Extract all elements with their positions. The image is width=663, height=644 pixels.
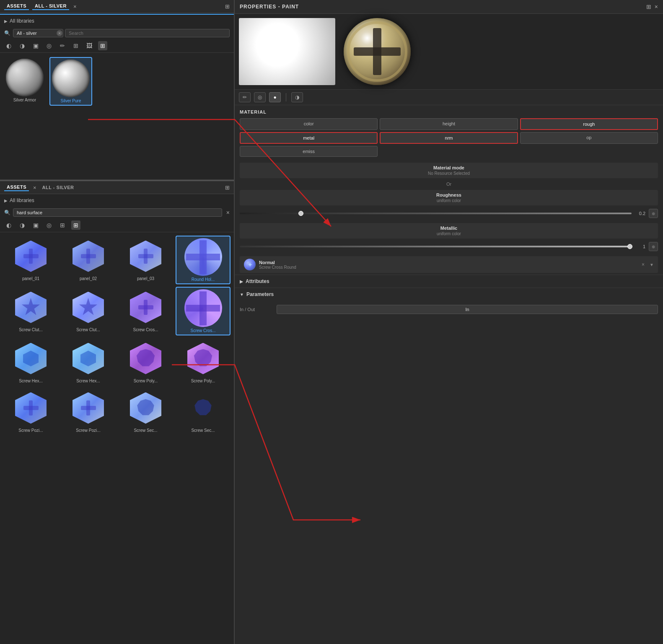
silver-armor-thumb	[6, 59, 44, 96]
view-tab-moon[interactable]: ◑	[291, 92, 303, 102]
asset-screw-poly1[interactable]: Screw Poly...	[118, 338, 173, 385]
tab-all-silver-top[interactable]: ALL - SILVER	[32, 3, 69, 10]
metallic-block: Metallic uniform color	[240, 223, 658, 239]
asset-screw-sec2[interactable]: Screw Sec...	[176, 387, 230, 434]
properties-title: PROPERTIES - PAINT	[240, 4, 646, 10]
grid-view-icon[interactable]: ⊞	[98, 41, 107, 50]
properties-header: PROPERTIES - PAINT ⊞ ×	[235, 0, 663, 14]
metallic-sub: uniform color	[240, 231, 658, 239]
mat-btn-metal[interactable]: metal	[240, 132, 378, 144]
asset-screw-pozi1[interactable]: Screw Pozi...	[3, 387, 58, 434]
asset-screw-pozi2[interactable]: Screw Pozi...	[61, 387, 116, 434]
asset-screw-poly2[interactable]: Screw Poly...	[176, 338, 230, 385]
asset-silver-pure[interactable]: Silver Pure	[49, 57, 92, 106]
all-libraries-bottom[interactable]: ▶ All libraries	[0, 194, 234, 207]
normal-block: ✦ Normal Screw Cross Round × ▼	[240, 256, 658, 273]
asset-screw-cross2[interactable]: Screw Cros...	[176, 287, 230, 335]
roughness-sub: uniform color	[240, 198, 658, 205]
close-properties-icon[interactable]: ×	[655, 3, 658, 10]
square-icon-b[interactable]: ▣	[31, 221, 40, 230]
search-icon-top: 🔍	[4, 30, 10, 36]
metallic-slider-track[interactable]	[240, 246, 632, 247]
asset-screw-hex2[interactable]: Screw Hex...	[61, 338, 116, 385]
asset-screw-sec1[interactable]: Screw Sec...	[118, 387, 173, 434]
param-in-out-label: In / Out	[240, 307, 273, 312]
metallic-expand-icon[interactable]: ⊕	[649, 242, 658, 251]
param-in-out-value[interactable]: In	[277, 305, 658, 314]
metallic-slider-thumb[interactable]	[627, 244, 632, 249]
mat-btn-emiss[interactable]: emiss	[240, 146, 378, 157]
view-tab-circle[interactable]: ●	[269, 92, 281, 102]
sphere-icon-b[interactable]: ◐	[4, 221, 13, 230]
half-sphere-icon[interactable]: ◑	[18, 41, 27, 50]
arrow-icon-bottom: ▶	[4, 198, 8, 203]
asset-panel01[interactable]: panel_01	[3, 236, 58, 284]
material-mode-bar: Material mode No Resource Selected	[240, 163, 658, 178]
close-top-panel[interactable]: ×	[73, 3, 77, 10]
assets-bottom-header: ASSETS × ALL - SILVER ⊞	[0, 181, 234, 194]
mat-btn-rough[interactable]: rough	[520, 118, 658, 130]
material-section-label: MATERIAL	[235, 105, 663, 117]
texture-icon[interactable]: 🖼	[85, 41, 94, 50]
parameters-arrow-icon: ▼	[240, 292, 244, 297]
all-libraries-top[interactable]: ▶ All libraries	[0, 15, 234, 27]
parameters-header[interactable]: ▼ Parameters	[235, 288, 663, 301]
toolbar-bottom: ◐ ◑ ▣ ◎ ⊞ ⊞	[0, 218, 234, 232]
attributes-label: Attributes	[246, 278, 269, 284]
assets-top-header: ASSETS ALL - SILVER × ⊞	[0, 0, 234, 13]
tab-all-silver-bottom[interactable]: ALL - SILVER	[40, 184, 77, 191]
roughness-expand-icon[interactable]: ⊕	[649, 209, 658, 218]
tab-assets-top[interactable]: ASSETS	[4, 3, 29, 10]
view-tab-sphere[interactable]: ◎	[254, 92, 266, 102]
arrow-icon-top: ▶	[4, 19, 8, 23]
asset-screw-hex1[interactable]: Screw Hex...	[3, 338, 58, 385]
roughness-title: Roughness	[240, 190, 658, 198]
close-bottom-panel[interactable]: ×	[33, 184, 36, 191]
search-placeholder-top[interactable]	[65, 29, 230, 37]
view-tab-brush[interactable]: ✏	[239, 92, 251, 102]
normal-channel-name: Normal	[259, 260, 638, 265]
roughness-slider-thumb[interactable]	[298, 211, 303, 216]
search-clear-top[interactable]: ×	[57, 30, 62, 36]
mat-btn-color[interactable]: color	[240, 118, 378, 130]
half-sphere-icon-b[interactable]: ◑	[18, 221, 27, 230]
asset-screw-clut1[interactable]: Screw Clut...	[3, 287, 58, 335]
tab-assets-bottom[interactable]: ASSETS	[4, 184, 29, 191]
circle-icon[interactable]: ◎	[44, 41, 54, 50]
normal-channel-header: ✦ Normal Screw Cross Round × ▼	[240, 256, 658, 273]
search-clear-bottom[interactable]: ×	[226, 209, 230, 216]
metallic-slider-row: 1 ⊕	[235, 240, 663, 253]
metallic-title: Metallic	[240, 223, 658, 231]
grid-2x2-icon[interactable]: ⊞	[646, 3, 651, 10]
asset-grid-top: Silver Armor Silver Pure	[0, 53, 234, 110]
asset-panel02[interactable]: panel_02	[61, 236, 116, 284]
asset-screw-clut2[interactable]: Screw Clut...	[61, 287, 116, 335]
silver-pure-label: Silver Pure	[61, 99, 81, 103]
search-input-top[interactable]	[13, 29, 63, 37]
parameters-table: In / Out In	[235, 301, 663, 320]
mat-btn-nrm[interactable]: nrm	[380, 132, 518, 144]
normal-dropdown-icon[interactable]: ▼	[650, 262, 654, 267]
attributes-header[interactable]: ▶ Attributes	[235, 275, 663, 288]
sphere-icon[interactable]: ◐	[4, 41, 13, 50]
circle-icon-b[interactable]: ◎	[44, 221, 54, 230]
grid-view-icon-b[interactable]: ⊞	[71, 221, 80, 230]
roughness-slider-track[interactable]	[240, 213, 632, 214]
grid-icon-top[interactable]: ⊞	[225, 3, 230, 10]
asset-round-hole[interactable]: Round Hol...	[176, 236, 230, 284]
pattern-icon-b[interactable]: ⊞	[58, 221, 67, 230]
asset-panel03[interactable]: panel_03	[118, 236, 173, 284]
grid-icon-bottom[interactable]: ⊞	[225, 184, 230, 191]
asset-silver-armor[interactable]: Silver Armor	[4, 57, 45, 106]
search-input-bottom[interactable]	[13, 208, 222, 217]
mat-btn-height[interactable]: height	[380, 118, 518, 130]
square-icon[interactable]: ▣	[31, 41, 40, 50]
brush-icon[interactable]: ✏	[58, 41, 67, 50]
normal-close-icon[interactable]: ×	[642, 262, 645, 267]
view-tabs: ✏ ◎ ● ◑	[235, 90, 663, 105]
right-scroll-area[interactable]: MATERIAL color height rough metal nrm op…	[235, 105, 663, 644]
mat-btn-op[interactable]: op	[520, 132, 658, 144]
or-label: Or	[235, 180, 663, 188]
pattern-icon[interactable]: ⊞	[71, 41, 80, 50]
asset-screw-cross1[interactable]: Screw Cros...	[118, 287, 173, 335]
